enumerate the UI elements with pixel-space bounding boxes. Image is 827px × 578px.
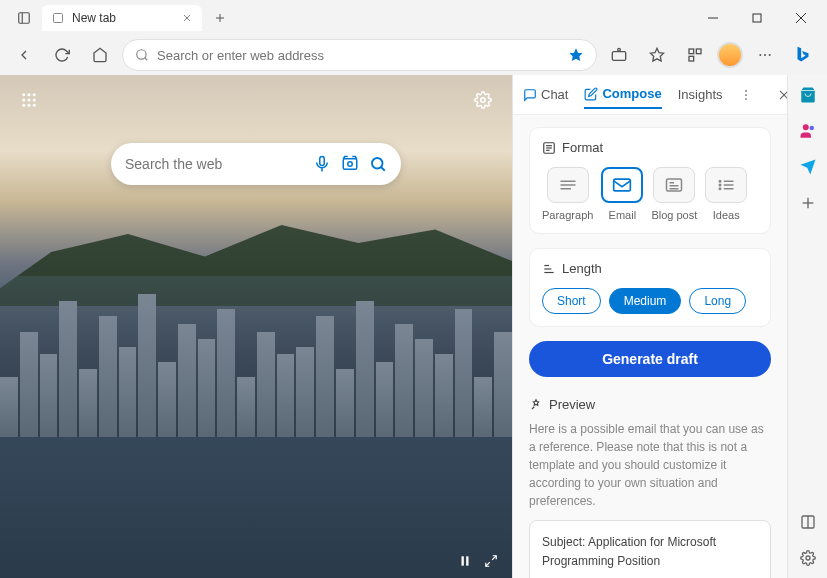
svg-rect-17 bbox=[696, 49, 701, 54]
rail-send-icon[interactable] bbox=[796, 155, 820, 179]
length-short[interactable]: Short bbox=[542, 288, 601, 314]
rail-shopping-icon[interactable] bbox=[796, 83, 820, 107]
tab-chat[interactable]: Chat bbox=[523, 81, 568, 108]
svg-rect-2 bbox=[54, 13, 63, 22]
browser-tab[interactable]: New tab bbox=[42, 5, 202, 31]
close-tab-button[interactable] bbox=[182, 13, 192, 23]
ntp-search-box[interactable] bbox=[111, 143, 401, 185]
format-blog[interactable]: Blog post bbox=[651, 167, 697, 221]
maximize-button[interactable] bbox=[735, 2, 779, 34]
length-icon bbox=[542, 262, 556, 276]
voice-search-icon[interactable] bbox=[313, 155, 331, 173]
tab-actions-button[interactable] bbox=[10, 4, 38, 32]
svg-marker-13 bbox=[569, 48, 582, 61]
profile-avatar[interactable] bbox=[717, 42, 743, 68]
back-button[interactable] bbox=[8, 39, 40, 71]
panel-more-button[interactable] bbox=[739, 88, 753, 102]
svg-point-30 bbox=[33, 104, 36, 107]
apps-grid-button[interactable] bbox=[20, 91, 38, 109]
svg-line-68 bbox=[532, 406, 534, 408]
page-settings-button[interactable] bbox=[474, 91, 492, 109]
refresh-button[interactable] bbox=[46, 39, 78, 71]
tab-compose[interactable]: Compose bbox=[584, 80, 661, 109]
svg-rect-8 bbox=[753, 14, 761, 22]
preview-subject: Subject: Application for Microsoft Progr… bbox=[542, 533, 758, 571]
ntp-search-input[interactable] bbox=[125, 156, 303, 172]
preview-content: Subject: Application for Microsoft Progr… bbox=[529, 520, 771, 578]
generate-draft-button[interactable]: Generate draft bbox=[529, 341, 771, 377]
minimize-button[interactable] bbox=[691, 2, 735, 34]
compose-icon bbox=[584, 87, 598, 101]
svg-point-70 bbox=[809, 126, 814, 131]
rail-add-icon[interactable] bbox=[796, 191, 820, 215]
tab-insights[interactable]: Insights bbox=[678, 81, 723, 108]
tab-chat-label: Chat bbox=[541, 87, 568, 102]
svg-point-19 bbox=[759, 54, 761, 56]
svg-point-42 bbox=[745, 90, 747, 92]
svg-point-26 bbox=[28, 99, 31, 102]
rail-people-icon[interactable] bbox=[796, 119, 820, 143]
length-medium[interactable]: Medium bbox=[609, 288, 682, 314]
svg-point-31 bbox=[481, 98, 486, 103]
svg-rect-32 bbox=[320, 157, 325, 166]
svg-point-29 bbox=[28, 104, 31, 107]
background-skyline bbox=[0, 286, 512, 437]
svg-point-63 bbox=[720, 188, 722, 190]
search-icon bbox=[135, 48, 149, 62]
format-email[interactable]: Email bbox=[601, 167, 643, 221]
svg-point-75 bbox=[806, 556, 810, 560]
format-ideas[interactable]: Ideas bbox=[705, 167, 747, 221]
svg-marker-15 bbox=[650, 48, 663, 61]
tab-compose-label: Compose bbox=[602, 86, 661, 101]
collections-button[interactable] bbox=[679, 39, 711, 71]
svg-line-12 bbox=[145, 58, 148, 61]
format-paragraph[interactable]: Paragraph bbox=[542, 167, 593, 221]
svg-point-23 bbox=[28, 93, 31, 96]
favorites-button[interactable] bbox=[641, 39, 673, 71]
pause-button[interactable] bbox=[458, 554, 472, 568]
tab-title: New tab bbox=[72, 11, 116, 25]
rail-settings-icon[interactable] bbox=[796, 546, 820, 570]
background-water bbox=[0, 437, 512, 578]
format-email-label: Email bbox=[609, 209, 637, 221]
svg-rect-0 bbox=[19, 12, 30, 23]
svg-point-28 bbox=[22, 104, 25, 107]
menu-button[interactable] bbox=[749, 39, 781, 71]
svg-line-41 bbox=[486, 562, 490, 566]
address-bar[interactable] bbox=[122, 39, 597, 71]
svg-point-43 bbox=[745, 94, 747, 96]
sidebar-rail bbox=[787, 75, 827, 578]
home-button[interactable] bbox=[84, 39, 116, 71]
new-tab-page bbox=[0, 75, 512, 578]
compose-panel: Chat Compose Insights Format bbox=[512, 75, 787, 578]
extensions-button[interactable] bbox=[603, 39, 635, 71]
fullscreen-button[interactable] bbox=[484, 554, 498, 568]
format-blog-label: Blog post bbox=[651, 209, 697, 221]
chat-icon bbox=[523, 88, 537, 102]
svg-point-59 bbox=[720, 181, 722, 183]
new-tab-button[interactable] bbox=[206, 4, 234, 32]
close-window-button[interactable] bbox=[779, 2, 823, 34]
search-submit-icon[interactable] bbox=[369, 155, 387, 173]
length-long[interactable]: Long bbox=[689, 288, 746, 314]
bing-sidebar-button[interactable] bbox=[787, 39, 819, 71]
preview-section-title: Preview bbox=[529, 397, 771, 412]
tab-insights-label: Insights bbox=[678, 87, 723, 102]
svg-point-11 bbox=[137, 50, 146, 59]
svg-point-69 bbox=[802, 124, 808, 130]
page-icon bbox=[52, 12, 64, 24]
svg-rect-38 bbox=[462, 556, 464, 565]
svg-point-61 bbox=[720, 184, 722, 186]
svg-point-20 bbox=[764, 54, 766, 56]
panel-close-button[interactable] bbox=[777, 88, 787, 102]
svg-point-35 bbox=[348, 162, 353, 167]
svg-point-14 bbox=[618, 48, 621, 51]
favorite-star-icon[interactable] bbox=[568, 47, 584, 63]
address-input[interactable] bbox=[157, 48, 560, 63]
image-search-icon[interactable] bbox=[341, 155, 359, 173]
format-paragraph-label: Paragraph bbox=[542, 209, 593, 221]
svg-point-21 bbox=[769, 54, 771, 56]
rail-split-icon[interactable] bbox=[796, 510, 820, 534]
format-icon bbox=[542, 141, 556, 155]
preview-icon bbox=[529, 398, 543, 412]
